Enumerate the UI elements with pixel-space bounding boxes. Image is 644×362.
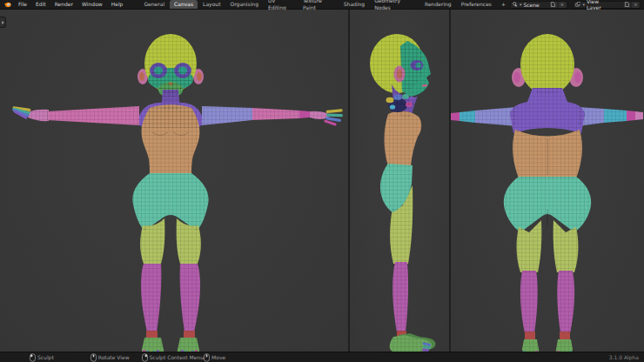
chevron-down-icon: ▾ (582, 2, 585, 7)
statusbar: Sculpt Rotate View (0, 352, 644, 362)
character-mesh-front[interactable] (12, 34, 343, 352)
character-front-view[interactable] (0, 10, 348, 352)
keymap-hint-label: Rotate View (98, 354, 130, 360)
keymap-hint-label: Move (211, 354, 225, 360)
workspace-tab[interactable]: Organising (226, 0, 263, 9)
menu-item[interactable]: File (14, 0, 31, 9)
keymap-hint-label: Sculpt (37, 354, 54, 360)
add-view-layer-button[interactable] (624, 2, 631, 8)
view-layer-icon (575, 2, 581, 7)
viewport-back[interactable] (451, 10, 644, 352)
remove-view-layer-button[interactable]: × (632, 2, 639, 8)
keymap-hint-label: Sculpt Context Menu (150, 354, 205, 360)
topbar: FileEditRenderWindowHelp GeneralCanvasLa… (0, 0, 644, 10)
mouse-middle-button-icon (91, 353, 97, 362)
scene-selector[interactable]: ▾ Scene × (510, 1, 568, 9)
workspace-tab[interactable]: Canvas (170, 0, 198, 9)
chevron-down-icon: ▾ (520, 2, 522, 7)
character-mesh-back[interactable] (451, 34, 643, 352)
viewport-front[interactable] (0, 10, 348, 352)
menu-item[interactable]: Edit (31, 0, 50, 9)
workspace-tab[interactable]: Layout (198, 0, 225, 9)
workspace-tab[interactable]: + (497, 0, 510, 9)
main-area (0, 10, 644, 352)
version-label: 3.1.0 Alpha (609, 354, 639, 360)
new-scene-button[interactable] (550, 2, 557, 8)
toolbar-toggle[interactable] (0, 17, 6, 28)
blender-logo-icon[interactable] (3, 2, 11, 8)
character-side-view[interactable] (350, 10, 449, 352)
wireframe-overlay (370, 34, 432, 352)
keymap-hint: Rotate View (91, 353, 130, 362)
mouse-right-button-icon (142, 353, 148, 362)
view-layer-selector[interactable]: ▾ View Layer × (573, 1, 641, 9)
mouse-drag-icon (204, 353, 210, 362)
menu-bar: FileEditRenderWindowHelp (14, 0, 127, 9)
menu-item[interactable]: Window (77, 0, 107, 9)
blender-window: FileEditRenderWindowHelp GeneralCanvasLa… (0, 0, 644, 362)
menu-item[interactable]: Help (107, 0, 128, 9)
workspace-tab[interactable]: General (139, 0, 169, 9)
unlink-scene-button[interactable]: × (559, 2, 566, 8)
scene-name: Scene (524, 2, 548, 8)
mouse-left-button-icon (30, 353, 36, 362)
workspace-tab[interactable]: Rendering (420, 0, 456, 9)
keymap-hint: Sculpt (30, 353, 54, 362)
keymap-hint: Move (204, 353, 225, 362)
wireframe-overlay (28, 34, 329, 352)
keymap-hint: Sculpt Context Menu (142, 353, 205, 362)
viewport-side[interactable] (350, 10, 449, 352)
menu-item[interactable]: Render (50, 0, 77, 9)
wireframe-overlay (460, 34, 627, 352)
keymap-hints: Sculpt Rotate View (0, 353, 225, 362)
character-mesh-side[interactable] (370, 34, 436, 352)
scene-icon (513, 2, 518, 7)
workspace-tab[interactable]: Shading (339, 0, 369, 9)
workspace-tab[interactable]: Preferences (457, 0, 496, 9)
character-back-view[interactable] (451, 10, 644, 352)
